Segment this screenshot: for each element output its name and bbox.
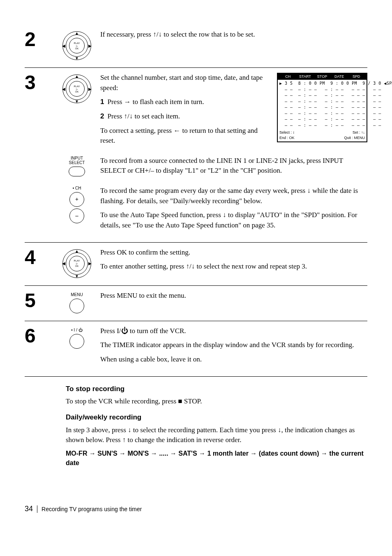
step-2: 2 PLAY ▷ OK ▲ ▼ ◀ ▶ If necessary, press … (25, 25, 367, 68)
step-body: If necessary, press ↑/↓ to select the ro… (100, 30, 367, 44)
step-icon-column: PLAY ▷ OK ▲ ▼ ◀ ▶ (58, 73, 95, 103)
step-4: 4 PLAY ▷ OK ▲ ▼ ◀ ▶ Press OK to confirm … (25, 243, 367, 286)
osd-row-blank: – – – : – – – : – – – – – – – (279, 104, 365, 111)
step-number: 3 (25, 73, 53, 93)
step-icon-column: MENU (58, 291, 95, 313)
osd-set-label: Set (353, 130, 358, 134)
menu-button-icon (69, 299, 84, 313)
osd-row-blank: – – – : – – – : – – – – – – – (279, 123, 365, 129)
step-number: 2 (25, 30, 53, 49)
osd-footer: Select : ↕ End : OK Set : ↑↓ Quit : MENU (278, 129, 367, 141)
osd-end-sym: : OK (287, 136, 295, 140)
step-body: Press I/⏻ to turn off the VCR. The TIMER… (100, 326, 367, 369)
osd-select-sym: : ↕ (291, 130, 295, 134)
ch-label: • CH (73, 186, 81, 190)
osd-col-spd: SPD (348, 74, 365, 79)
auto-text: To use the Auto Tape Speed function, pre… (100, 210, 367, 230)
step-body: CH START STOP DATE SPD ▶ 3 5 8 : 0 0 PM … (100, 73, 367, 235)
step-4-line1: Press OK to confirm the setting. (100, 248, 367, 258)
nav-wheel-icon: PLAY ▷ OK ▲ ▼ ◀ ▶ (62, 31, 91, 60)
osd-quit-sym: : MENU (352, 136, 365, 140)
daily-weekly-heading: Daily/weekly recording (66, 412, 367, 423)
step-number: 6 (25, 326, 53, 346)
stop-recording-heading: To stop recording (66, 384, 367, 394)
input-select-label: INPUT SELECT (69, 156, 85, 165)
osd-body: ▶ 3 5 8 : 0 0 PM 9 : 0 0 PM 9 / 3 0 ◀SP▶… (278, 80, 367, 129)
recording-pattern-sequence: MO-FR → SUN'S → MON'S → ..... → SAT'S → … (66, 449, 367, 468)
input-select-button-icon (69, 167, 85, 176)
input-select-block: INPUT SELECT To record from a source con… (58, 156, 367, 180)
substep-num: 2 (100, 112, 104, 120)
nav-wheel-icon: PLAY ▷ OK ▲ ▼ ◀ ▶ (62, 249, 91, 278)
osd-set-sym: : ↑↓ (359, 130, 365, 134)
osd-row-blank: – – – : – – – : – – – – – – – (279, 111, 365, 117)
ch-plus-button-icon: + (69, 192, 84, 207)
osd-quit-label: Quit (344, 136, 351, 140)
step-4-line2: To enter another setting, press ↑/↓ to s… (100, 262, 367, 272)
step-icon-column: PLAY ▷ OK ▲ ▼ ◀ ▶ (58, 30, 95, 60)
step-6-line2: The TIMER indicator appears in the displ… (100, 340, 367, 350)
substep-text: Press ↑/↓ to set each item. (107, 112, 180, 120)
step-6: 6 • I / ⏻ Press I/⏻ to turn off the VCR.… (25, 321, 367, 377)
substep-num: 1 (100, 98, 104, 106)
osd-timer-table: CH START STOP DATE SPD ▶ 3 5 8 : 0 0 PM … (277, 73, 367, 142)
osd-col-date: DATE (331, 74, 348, 79)
ch-block: • CH + – To record the same program ever… (58, 186, 367, 235)
power-label: • I / ⏻ (71, 328, 82, 332)
step-icon-column: PLAY ▷ OK ▲ ▼ ◀ ▶ (58, 248, 95, 278)
osd-end-label: End (279, 136, 286, 140)
footer-title: Recording TV programs using the timer (42, 506, 142, 512)
page-footer: 34 Recording TV programs using the timer (25, 505, 367, 513)
osd-col-stop: STOP (314, 74, 331, 79)
osd-col-ch: CH (279, 74, 297, 79)
step-5-text: Press MENU to exit the menu. (100, 291, 367, 301)
step-icon-column: • I / ⏻ (58, 326, 95, 349)
step-3: 3 PLAY ▷ OK ▲ ▼ ◀ ▶ CH START STOP DATE S… (25, 68, 367, 243)
step-2-text: If necessary, press ↑/↓ to select the ro… (100, 30, 367, 40)
step-number: 4 (25, 248, 53, 267)
input-select-text: To record from a source connected to the… (100, 156, 367, 176)
menu-label: MENU (71, 292, 83, 297)
daily-text: To record the same program every day or … (100, 186, 367, 206)
osd-col-start: START (297, 74, 314, 79)
nav-wheel-icon: PLAY ▷ OK ▲ ▼ ◀ ▶ (62, 74, 91, 103)
osd-row-blank: – – – : – – – : – – – – – – – (279, 116, 365, 123)
step-body: Press MENU to exit the menu. (100, 291, 367, 305)
substep-text: Press → to flash each item in turn. (107, 98, 204, 106)
osd-row-active: ▶ 3 5 8 : 0 0 PM 9 : 0 0 PM 9 / 3 0 ◀SP▶ (279, 81, 365, 87)
osd-row-blank: – – – : – – – : – – – – – – – (279, 87, 365, 93)
ch-minus-button-icon: – (69, 208, 84, 223)
stop-recording-text: To stop the VCR while recording, press ■… (66, 396, 367, 407)
footer-divider (37, 505, 37, 513)
osd-select-label: Select (279, 130, 290, 134)
power-button-icon (69, 334, 84, 349)
osd-header: CH START STOP DATE SPD (278, 74, 367, 80)
step-5: 5 MENU Press MENU to exit the menu. (25, 286, 367, 321)
osd-row-blank: – – – : – – – : – – – – – – – (279, 93, 365, 99)
after-steps: To stop recording To stop the VCR while … (66, 384, 367, 468)
page-number: 34 (25, 505, 33, 513)
step-6-line3: When using a cable box, leave it on. (100, 354, 367, 365)
step-body: Press OK to confirm the setting. To ente… (100, 248, 367, 276)
step-number: 5 (25, 291, 53, 310)
step-6-line1: Press I/⏻ to turn off the VCR. (100, 326, 367, 336)
daily-weekly-text: In step 3 above, press ↓ to select the r… (66, 425, 367, 445)
osd-row-blank: – – – : – – – : – – – – – – – (279, 99, 365, 105)
